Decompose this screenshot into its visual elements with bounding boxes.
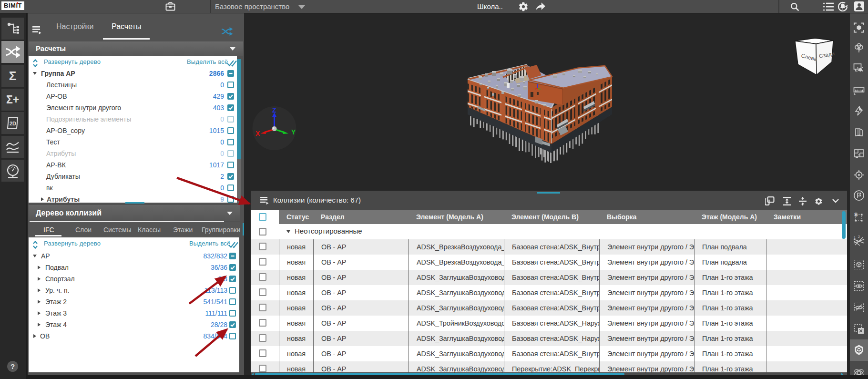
svg-text:Z: Z <box>272 106 276 114</box>
svg-text:Y: Y <box>291 128 296 136</box>
svg-text:2D: 2D <box>10 121 16 126</box>
svg-text:2: 2 <box>858 236 860 238</box>
svg-text:1: 1 <box>854 236 856 239</box>
svg-text:X: X <box>255 130 260 137</box>
